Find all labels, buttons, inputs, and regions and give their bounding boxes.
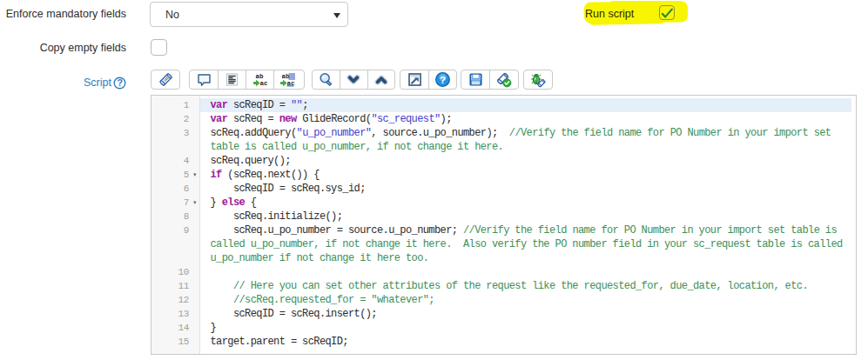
svg-text:ac: ac [260,80,268,87]
svg-text:ac: ac [286,80,295,87]
svg-text:?: ? [440,75,446,85]
svg-text:?: ? [117,77,122,88]
